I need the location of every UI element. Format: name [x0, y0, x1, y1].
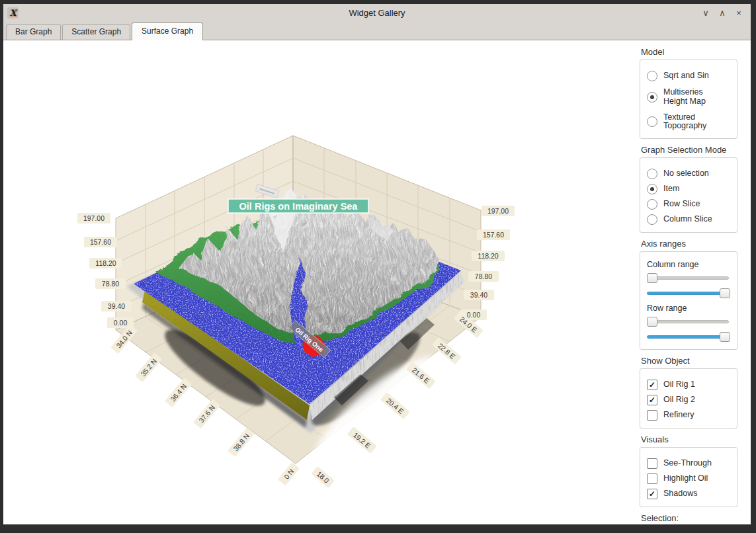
svg-text:157.60: 157.60	[483, 231, 504, 239]
radio-label: Column Slice	[663, 215, 712, 224]
svg-text:0.00: 0.00	[114, 319, 128, 327]
radio-icon[interactable]	[647, 184, 657, 194]
svg-text:197.00: 197.00	[83, 214, 105, 222]
radio-textured-topography[interactable]: Textured Topography	[647, 113, 732, 132]
radio-label: Row Slice	[663, 200, 700, 209]
checkbox-highlight-oil[interactable]: Highlight Oil	[647, 473, 732, 484]
slider-track[interactable]	[647, 292, 729, 295]
radio-icon[interactable]	[647, 71, 657, 81]
visuals-section-label: Visuals	[641, 434, 747, 444]
tab-scatter-graph[interactable]: Scatter Graph	[62, 24, 130, 40]
svg-text:197.00: 197.00	[487, 207, 509, 215]
checkbox-label: Oil Rig 1	[663, 380, 695, 390]
radio-column-slice[interactable]: Column Slice	[647, 214, 732, 225]
radio-icon[interactable]	[647, 92, 657, 102]
app-window: X Widget Gallery ∨ ∧ × Bar Graph Scatter…	[3, 4, 751, 524]
checkbox-label: Shadows	[663, 489, 697, 499]
slider-track[interactable]	[647, 320, 729, 323]
radio-icon[interactable]	[647, 116, 657, 127]
column-range-max-slider[interactable]	[647, 288, 729, 298]
slider-handle[interactable]	[720, 332, 730, 342]
selection-label: Selection:	[641, 513, 747, 523]
minimize-button[interactable]: ∨	[700, 8, 711, 19]
checkbox-icon[interactable]	[647, 395, 657, 405]
svg-text:0.00: 0.00	[467, 311, 481, 319]
checkbox-label: Highlight Oil	[663, 474, 708, 483]
show-object-groupbox: Oil Rig 1 Oil Rig 2 Refinery	[640, 368, 737, 429]
column-range-label: Column range	[647, 260, 732, 269]
selection-mode-section-label: Graph Selection Mode	[641, 145, 747, 155]
radio-row-slice[interactable]: Row Slice	[647, 199, 732, 210]
tab-bar: Bar Graph Scatter Graph Surface Graph	[3, 22, 751, 40]
title-bar: X Widget Gallery ∨ ∧ ×	[3, 4, 751, 22]
radio-label: Item	[663, 184, 679, 194]
radio-sqrt-and-sin[interactable]: Sqrt and Sin	[647, 71, 732, 81]
svg-text:78.80: 78.80	[102, 280, 119, 288]
checkbox-refinery[interactable]: Refinery	[647, 410, 732, 421]
column-range-min-slider[interactable]	[647, 273, 729, 283]
surface-plot[interactable]: Oil Rig One Oil Rigs on Imaginary Sea 19…	[3, 40, 637, 525]
radio-label: Sqrt and Sin	[663, 71, 709, 81]
radio-icon[interactable]	[647, 214, 657, 225]
checkbox-icon[interactable]	[647, 410, 657, 421]
svg-text:Oil Rigs on Imaginary Sea: Oil Rigs on Imaginary Sea	[239, 201, 358, 212]
window-frame: X Widget Gallery ∨ ∧ × Bar Graph Scatter…	[0, 0, 756, 533]
checkbox-see-through[interactable]: See-Through	[647, 458, 732, 469]
svg-text:118.20: 118.20	[95, 259, 116, 267]
axis-ranges-groupbox: Column range Row range	[640, 251, 737, 350]
checkbox-icon[interactable]	[647, 380, 657, 390]
radio-icon[interactable]	[647, 199, 657, 210]
svg-text:118.20: 118.20	[478, 252, 498, 260]
slider-handle[interactable]	[720, 288, 730, 298]
surface-3d-view[interactable]: Oil Rig One Oil Rigs on Imaginary Sea 19…	[3, 40, 637, 524]
settings-panel: Model Sqrt and Sin Multiseries Height Ma…	[637, 40, 751, 524]
model-groupbox: Sqrt and Sin Multiseries Height Map Text…	[640, 60, 737, 139]
svg-text:39.40: 39.40	[108, 302, 125, 310]
radio-multiseries-height-map[interactable]: Multiseries Height Map	[647, 88, 732, 106]
checkbox-icon[interactable]	[647, 489, 657, 499]
chart-title: Oil Rigs on Imaginary Sea	[228, 199, 368, 213]
svg-text:39.40: 39.40	[470, 291, 487, 299]
slider-track[interactable]	[647, 335, 729, 339]
close-button[interactable]: ×	[734, 8, 744, 19]
radio-icon[interactable]	[647, 169, 657, 179]
checkbox-oil-rig-2[interactable]: Oil Rig 2	[647, 395, 732, 405]
slider-handle[interactable]	[647, 273, 657, 283]
slider-track[interactable]	[647, 276, 729, 280]
model-section-label: Model	[641, 47, 747, 57]
axis-ranges-section-label: Axis ranges	[641, 239, 747, 249]
radio-item[interactable]: Item	[647, 184, 732, 194]
checkbox-oil-rig-1[interactable]: Oil Rig 1	[647, 380, 732, 390]
checkbox-shadows[interactable]: Shadows	[647, 489, 732, 499]
row-range-min-slider[interactable]	[647, 317, 729, 327]
row-range-max-slider[interactable]	[647, 332, 729, 342]
radio-label: Multiseries Height Map	[663, 88, 724, 106]
row-range-label: Row range	[647, 304, 732, 313]
radio-label: No selection	[663, 169, 709, 179]
svg-text:157.60: 157.60	[90, 238, 111, 246]
tab-bar-graph[interactable]: Bar Graph	[6, 24, 61, 40]
slider-handle[interactable]	[647, 317, 657, 327]
radio-label: Textured Topography	[663, 113, 724, 132]
show-object-section-label: Show Object	[641, 356, 747, 366]
selection-mode-groupbox: No selection Item Row Slice Column Slice	[640, 157, 737, 233]
checkbox-icon[interactable]	[647, 458, 657, 469]
tab-page: Oil Rig One Oil Rigs on Imaginary Sea 19…	[3, 40, 751, 524]
radio-no-selection[interactable]: No selection	[647, 169, 732, 179]
checkbox-label: Refinery	[663, 411, 694, 420]
tab-surface-graph[interactable]: Surface Graph	[132, 22, 203, 40]
checkbox-icon[interactable]	[647, 473, 657, 484]
checkbox-label: See-Through	[663, 459, 712, 468]
visuals-groupbox: See-Through Highlight Oil Shadows	[640, 447, 737, 507]
window-title: Widget Gallery	[3, 8, 751, 18]
checkbox-label: Oil Rig 2	[663, 395, 695, 405]
maximize-button[interactable]: ∧	[717, 8, 728, 19]
svg-text:78.80: 78.80	[475, 272, 492, 280]
